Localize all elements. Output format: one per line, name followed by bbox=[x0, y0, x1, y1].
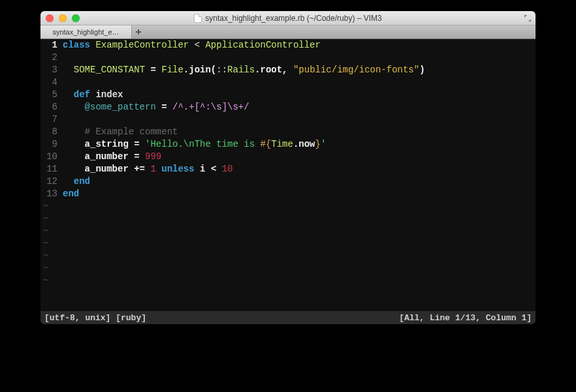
minimize-button[interactable] bbox=[59, 14, 67, 22]
close-button[interactable] bbox=[46, 14, 54, 22]
code-line[interactable]: end bbox=[63, 175, 536, 188]
code-row[interactable]: 10 a_number = 999 bbox=[40, 151, 536, 163]
code-row[interactable]: 12 end bbox=[40, 175, 536, 188]
line-number: 5 bbox=[40, 89, 63, 101]
status-bar: [utf-8, unix] [ruby] [All, Line 1/13, Co… bbox=[40, 311, 536, 324]
file-icon bbox=[194, 14, 202, 23]
tab-bar: syntax_highlight_e… bbox=[40, 25, 536, 39]
empty-row: ~ bbox=[40, 225, 536, 237]
empty-row: ~ bbox=[40, 262, 536, 275]
code-line[interactable]: def index bbox=[63, 89, 536, 101]
editor-area[interactable]: 1class ExampleController < ApplicationCo… bbox=[40, 39, 536, 324]
code-line[interactable]: end bbox=[63, 188, 536, 200]
code-row[interactable]: 8 # Example comment bbox=[40, 126, 536, 138]
empty-row: ~ bbox=[40, 213, 536, 225]
status-left: [utf-8, unix] [ruby] bbox=[44, 312, 146, 324]
code-row[interactable]: 1class ExampleController < ApplicationCo… bbox=[40, 39, 536, 52]
line-number: 9 bbox=[40, 138, 63, 151]
code-line[interactable]: a_number += 1 unless i < 10 bbox=[63, 163, 536, 175]
line-number: 6 bbox=[40, 101, 63, 113]
traffic-lights bbox=[40, 14, 80, 22]
line-number: 11 bbox=[40, 163, 63, 175]
code-row[interactable]: 13end bbox=[40, 188, 536, 200]
code-row[interactable]: 4 bbox=[40, 76, 536, 89]
zoom-button[interactable] bbox=[72, 14, 80, 22]
line-number: 13 bbox=[40, 188, 63, 200]
tab-label: syntax_highlight_e… bbox=[52, 28, 119, 36]
line-number: 10 bbox=[40, 151, 63, 163]
line-number: 3 bbox=[40, 64, 63, 76]
line-number: 7 bbox=[40, 113, 63, 126]
new-tab-button[interactable] bbox=[132, 25, 145, 38]
code-line[interactable] bbox=[63, 76, 536, 89]
line-number: 2 bbox=[40, 52, 63, 64]
empty-row: ~ bbox=[40, 200, 536, 213]
fullscreen-button[interactable] bbox=[523, 14, 532, 22]
code-row[interactable]: 6 @some_pattern = /^.+[^:\s]\s+/ bbox=[40, 101, 536, 113]
empty-row: ~ bbox=[40, 237, 536, 250]
code-line[interactable]: # Example comment bbox=[63, 126, 536, 138]
window-title-text: syntax_highlight_example.rb (~/Code/ruby… bbox=[205, 14, 381, 23]
tab-file[interactable]: syntax_highlight_e… bbox=[40, 25, 132, 38]
code-row[interactable]: 2 bbox=[40, 52, 536, 64]
code-area[interactable]: 1class ExampleController < ApplicationCo… bbox=[40, 39, 536, 311]
line-number: 4 bbox=[40, 76, 63, 89]
code-row[interactable]: 3 SOME_CONSTANT = File.join(::Rails.root… bbox=[40, 64, 536, 76]
line-number: 1 bbox=[40, 39, 63, 52]
code-line[interactable] bbox=[63, 113, 536, 126]
code-row[interactable]: 7 bbox=[40, 113, 536, 126]
empty-row: ~ bbox=[40, 275, 536, 287]
code-line[interactable]: a_string = 'Hello.\nThe time is #{Time.n… bbox=[63, 138, 536, 151]
code-line[interactable]: SOME_CONSTANT = File.join(::Rails.root, … bbox=[63, 64, 536, 76]
line-number: 8 bbox=[40, 126, 63, 138]
window-title: syntax_highlight_example.rb (~/Code/ruby… bbox=[40, 14, 536, 23]
editor-window: syntax_highlight_example.rb (~/Code/ruby… bbox=[40, 11, 536, 324]
code-row[interactable]: 5 def index bbox=[40, 89, 536, 101]
status-right: [All, Line 1/13, Column 1] bbox=[399, 312, 532, 324]
empty-row: ~ bbox=[40, 250, 536, 262]
line-number: 12 bbox=[40, 175, 63, 188]
svg-rect-1 bbox=[136, 31, 141, 33]
code-line[interactable]: class ExampleController < ApplicationCon… bbox=[63, 39, 536, 52]
code-row[interactable]: 9 a_string = 'Hello.\nThe time is #{Time… bbox=[40, 138, 536, 151]
code-row[interactable]: 11 a_number += 1 unless i < 10 bbox=[40, 163, 536, 175]
titlebar: syntax_highlight_example.rb (~/Code/ruby… bbox=[40, 11, 536, 25]
code-line[interactable]: a_number = 999 bbox=[63, 151, 536, 163]
code-line[interactable]: @some_pattern = /^.+[^:\s]\s+/ bbox=[63, 101, 536, 113]
code-line[interactable] bbox=[63, 52, 536, 64]
